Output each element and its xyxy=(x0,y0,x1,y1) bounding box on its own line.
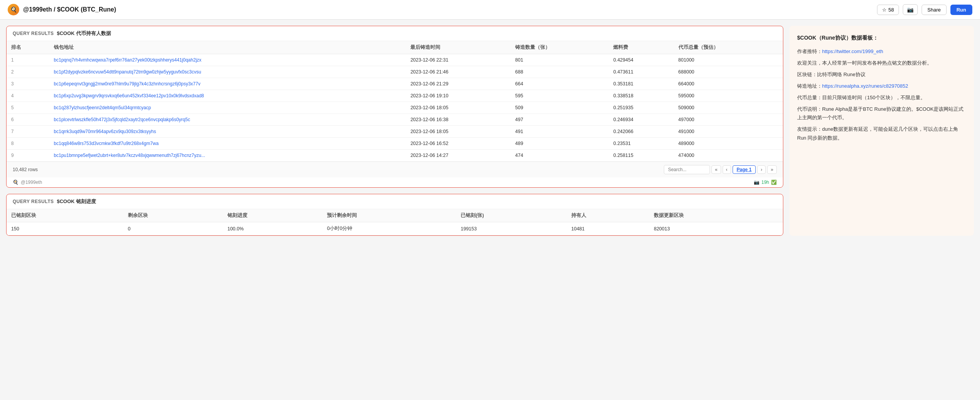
page-title: @1999eth / $COOK (BTC_Rune) xyxy=(23,6,116,13)
star-icon: ☆ xyxy=(882,7,887,13)
mint-cell: 595 xyxy=(511,90,609,102)
star-button[interactable]: ☆ 58 xyxy=(877,5,899,15)
col-mint: 铸造数量（张） xyxy=(511,41,609,54)
rank-cell: 2 xyxy=(7,66,49,78)
rank-cell: 8 xyxy=(7,138,49,150)
table2-header: Query results $COOK 铭刻进度 xyxy=(7,194,783,209)
wallet-link[interactable]: bc1plcevtrlwszkfle50h472j3x5jfcqld2xaytr… xyxy=(54,117,190,122)
col-fee: 燃料费 xyxy=(609,41,673,54)
star-count: 58 xyxy=(889,7,894,13)
total-cell: 801000 xyxy=(674,54,783,66)
mint-cell: 801 xyxy=(511,54,609,66)
avatar: 🍳 xyxy=(8,4,19,15)
time-cell: 2023-12-06 14:27 xyxy=(406,150,511,162)
table-row: 1 bc1pqnq7rh4vmhcwqwxa7rpef6rr76an27yek0… xyxy=(7,54,783,66)
progress-cell: 100.0% xyxy=(223,222,322,235)
camera-icon: 📷 xyxy=(907,7,914,13)
table-row: 5 bc1q287ylzhuscfjeenn2delt4qm5ul34qrmtc… xyxy=(7,102,783,114)
table1-header-row: 排名 钱包地址 最后铸造时间 铸造数量（张） 燃料费 代币总量（预估） xyxy=(7,41,783,54)
mint-cell: 491 xyxy=(511,126,609,138)
total-cell: 509000 xyxy=(674,102,783,114)
right-panel: $COOK（Rune协议）数据看板： 作者推特：https://twitter.… xyxy=(789,26,974,236)
wallet-link[interactable]: bc1qq846w8rs753d3vcmkw3fkdf7u9tr268x4gm7… xyxy=(54,141,159,146)
wallet-link[interactable]: bc1pu1bmnpe5efjwet2ubrt+ker8utv7kczv48xj… xyxy=(54,153,205,158)
wallet-link[interactable]: bc1pqnq7rh4vmhcwqwxa7rpef6rr76an27yek00t… xyxy=(54,57,201,63)
minted-blocks-cell: 150 xyxy=(7,222,123,235)
fee-cell: 0.353181 xyxy=(609,78,673,90)
remaining-cell: 0 xyxy=(123,222,223,235)
mint-link[interactable]: https://runealpha.xyz/runes/c82970852 xyxy=(822,83,908,89)
table-row: 7 bc1qrrk3uqd9w70mr964apv6zx9qu309zx3tks… xyxy=(7,126,783,138)
wallet-link[interactable]: bc1pf2dypqlvzke6ncvuw54dtt9npanutq72tm9g… xyxy=(54,69,201,75)
col-time: 最后铸造时间 xyxy=(406,41,511,54)
wallet-cell: bc1qq846w8rs753d3vcmkw3fkdf7u9tr268x4gm7… xyxy=(49,138,406,150)
username: @1999eth xyxy=(21,180,42,185)
col-progress: 铭刻进度 xyxy=(223,209,322,222)
sidebar-line: 欢迎关注，本人经常第一时间发布各种热点铭文的数据分析。 xyxy=(797,59,966,67)
table-row: 9 bc1pu1bmnpe5efjwet2ubrt+ker8utv7kczv48… xyxy=(7,150,783,162)
rank-cell: 5 xyxy=(7,102,49,114)
total-cell: 489000 xyxy=(674,138,783,150)
run-button[interactable]: Run xyxy=(950,5,972,15)
table2-title: $COOK 铭刻进度 xyxy=(57,198,96,205)
col-wallet: 钱包地址 xyxy=(49,41,406,54)
share-button[interactable]: Share xyxy=(922,5,947,15)
col-minted-count: 已铭刻(张) xyxy=(456,209,567,222)
footer-time: 📷 19h ✅ xyxy=(754,180,777,185)
sidebar-line: 友情提示：dune数据更新有延迟，可能会延迟几个区块，可以点击右上角 Run 同… xyxy=(797,125,966,142)
wallet-link[interactable]: bc1qrrk3uqd9w70mr964apv6zx9qu309zx3tksyy… xyxy=(54,129,156,134)
fee-cell: 0.338518 xyxy=(609,90,673,102)
camera-icon-small: 📷 xyxy=(754,180,759,185)
total-cell: 595000 xyxy=(674,90,783,102)
time-cell: 2023-12-06 16:38 xyxy=(406,114,511,126)
prev-page-button[interactable]: ‹ xyxy=(723,165,731,174)
next-page-button[interactable]: › xyxy=(757,165,766,174)
mint-cell: 489 xyxy=(511,138,609,150)
rank-cell: 6 xyxy=(7,114,49,126)
time-cell: 2023-12-06 22:31 xyxy=(406,54,511,66)
pagination: « ‹ Page 1 › » xyxy=(664,165,777,174)
sidebar-line: 铸造地址：https://runealpha.xyz/runes/c829708… xyxy=(797,82,966,90)
time-ago: 19h xyxy=(761,180,769,185)
camera-button[interactable]: 📷 xyxy=(903,4,918,15)
table1-meta: 🍳 @1999eth 📷 19h ✅ xyxy=(7,177,783,187)
fee-cell: 0.258115 xyxy=(609,150,673,162)
wallet-link[interactable]: bc1q287ylzhuscfjeenn2delt4qm5ul34qrmtcya… xyxy=(54,105,151,110)
col-holders: 持有人 xyxy=(567,209,649,222)
sidebar-content: 作者推特：https://twitter.com/1999_eth欢迎关注，本人… xyxy=(797,47,966,142)
mint-cell: 664 xyxy=(511,78,609,90)
wallet-cell: bc1p6epeqnvt3gngjj2mw0re97hlm9u79jlg7k4c… xyxy=(49,78,406,90)
wallet-cell: bc1pu1bmnpe5efjwet2ubrt+ker8utv7kczv48xj… xyxy=(49,150,406,162)
progress-table: 已铭刻区块 剩余区块 铭刻进度 预计剩余时间 已铭刻(张) 持有人 数据更新区块… xyxy=(7,209,783,235)
time-cell: 2023-12-06 18:05 xyxy=(406,102,511,114)
time-cell: 2023-12-06 18:05 xyxy=(406,126,511,138)
update-block-cell: 820013 xyxy=(649,222,783,235)
wallet-link[interactable]: bc1p6xp2uvg3kpwgrv9qrsvkxq6e6un452kvf334… xyxy=(54,93,204,98)
wallet-cell: bc1plcevtrlwszkfle50h472j3x5jfcqld2xaytr… xyxy=(49,114,406,126)
col-time-left: 预计剩余时间 xyxy=(322,209,456,222)
table1-card: Query results $COOK 代币持有人数据 排名 钱包地址 最后铸造… xyxy=(6,26,783,188)
col-update-block: 数据更新区块 xyxy=(649,209,783,222)
rank-cell: 3 xyxy=(7,78,49,90)
col-rank: 排名 xyxy=(7,41,49,54)
fee-cell: 0.242066 xyxy=(609,126,673,138)
last-page-button[interactable]: » xyxy=(767,165,777,174)
rank-cell: 1 xyxy=(7,54,49,66)
current-page-button[interactable]: Page 1 xyxy=(733,165,756,174)
total-cell: 688000 xyxy=(674,66,783,78)
sidebar-line: 区块链：比特币网络 Rune协议 xyxy=(797,70,966,79)
topbar-right: ☆ 58 📷 Share Run xyxy=(877,4,972,15)
topbar-left: 🍳 @1999eth / $COOK (BTC_Rune) xyxy=(8,4,116,15)
wallet-link[interactable]: bc1p6epeqnvt3gngjj2mw0re97hlm9u79jlg7k4c… xyxy=(54,81,201,87)
fee-cell: 0.473611 xyxy=(609,66,673,78)
time-cell: 2023-12-06 19:10 xyxy=(406,90,511,102)
mint-cell: 688 xyxy=(511,66,609,78)
time-left-cell: 0小时0分钟 xyxy=(322,222,456,235)
first-page-button[interactable]: « xyxy=(711,165,721,174)
holders-cell: 10481 xyxy=(567,222,649,235)
table1-footer: 10,482 rows « ‹ Page 1 › » xyxy=(7,162,783,177)
twitter-link[interactable]: https://twitter.com/1999_eth xyxy=(822,48,883,54)
search-input[interactable] xyxy=(664,165,710,174)
col-minted-blocks: 已铭刻区块 xyxy=(7,209,123,222)
col-remaining: 剩余区块 xyxy=(123,209,223,222)
